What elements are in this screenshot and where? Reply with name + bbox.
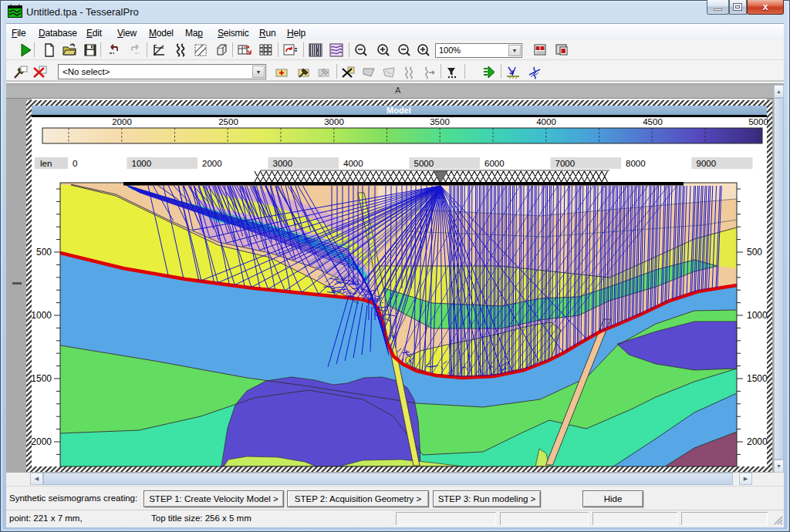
svg-text:1000: 1000 [747, 310, 768, 321]
svg-text:1000: 1000 [132, 159, 152, 168]
svg-text:len: len [40, 159, 52, 168]
svg-text:6000: 6000 [484, 159, 505, 168]
svg-text:7000: 7000 [555, 159, 576, 168]
svg-text:2000: 2000 [747, 436, 768, 447]
svg-text:4000: 4000 [343, 159, 363, 168]
svg-text:2000: 2000 [112, 117, 132, 126]
svg-text:4500: 4500 [643, 117, 663, 126]
svg-text:3500: 3500 [430, 117, 450, 126]
svg-text:5000: 5000 [414, 159, 434, 168]
svg-text:1500: 1500 [747, 373, 768, 384]
svg-text:2000: 2000 [31, 436, 52, 447]
svg-text:3000: 3000 [273, 159, 293, 168]
svg-text:0: 0 [73, 159, 77, 168]
svg-text:3000: 3000 [324, 117, 344, 126]
svg-text:500: 500 [36, 247, 52, 258]
svg-text:1000: 1000 [31, 310, 52, 321]
svg-text:5000: 5000 [748, 117, 768, 126]
svg-text:8000: 8000 [626, 159, 646, 168]
svg-text:500: 500 [747, 247, 762, 258]
svg-text:2000: 2000 [202, 159, 222, 168]
svg-text:Model: Model [387, 106, 411, 115]
svg-text:4000: 4000 [536, 117, 556, 126]
svg-text:1500: 1500 [31, 373, 52, 384]
svg-text:9000: 9000 [697, 159, 717, 168]
svg-text:2500: 2500 [218, 117, 238, 126]
